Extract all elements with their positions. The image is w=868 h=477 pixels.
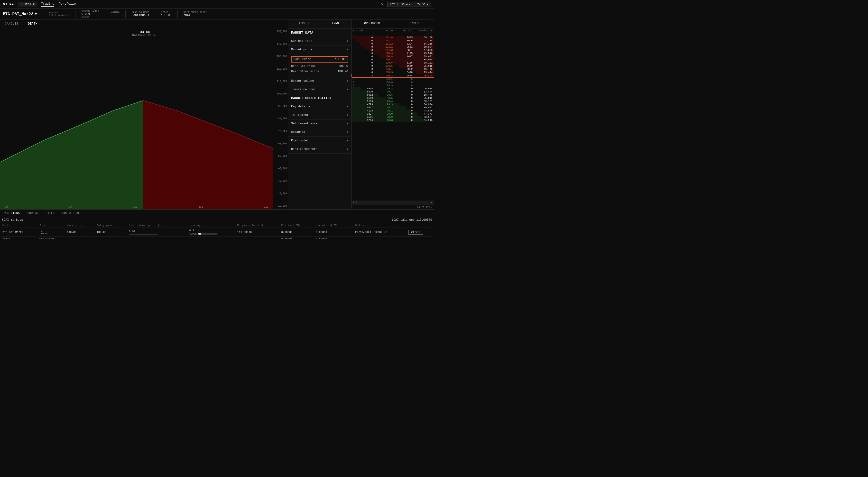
orderbook-bid-row: 3294 98.8 0 54,218 bbox=[351, 119, 434, 122]
chevron-down-icon: ▼ bbox=[347, 80, 348, 83]
accordion-header-key-details[interactable]: Key details ▼ bbox=[288, 102, 351, 111]
orderbook-ask-row: 0 101.3 3056 57,274 bbox=[351, 39, 434, 42]
accordion-header-insurance-pool[interactable]: Insurance pool ▼ bbox=[288, 86, 351, 94]
orderbook-ask-row: 0 100.6 5166 30,181 bbox=[351, 61, 434, 64]
orderbook-tabs: ORDERBOOK TRADES bbox=[351, 20, 434, 29]
market-change: Change (24h) 0.00% 0.000 bbox=[81, 10, 99, 19]
accordion-header-metadata[interactable]: Metadata ▼ bbox=[288, 128, 351, 136]
orderbook-bid-row: 3827 99.0 0 47,373 bbox=[351, 113, 434, 116]
custom-dropdown[interactable]: Custom ▼ bbox=[18, 2, 37, 7]
orderbook-header: Bid vol Price Ask vol Cumulative vol bbox=[351, 29, 434, 36]
total-row: Total 100.05000 0.00000 0.00000 bbox=[0, 236, 434, 238]
market-settlement: Settlement asset tDAI bbox=[184, 11, 207, 17]
market-data-label: MARKET DATA bbox=[288, 29, 351, 37]
leverage-bar bbox=[198, 233, 218, 234]
accordion-key-details: Key details ▼ bbox=[288, 102, 351, 111]
chart-x-axis: 98 99 100 101 102 bbox=[0, 204, 273, 209]
orderbook-ask-row: 0 100.4 6002 19,446 bbox=[351, 68, 434, 71]
accordion-header-current-fees[interactable]: Current fees ▼ bbox=[288, 37, 351, 45]
tab-orderbook[interactable]: ORDERBOOK bbox=[351, 20, 393, 28]
orderbook-bid-row: 6002 99.6 0 19,446 bbox=[351, 93, 434, 97]
accordion-content-market-price: Mark Price 100.05 Best Bid Price 99.80 B… bbox=[288, 54, 351, 77]
tab-collateral[interactable]: COLLATERAL bbox=[58, 210, 84, 217]
orderbook-mid-price-row: 0 100.0 0 bbox=[351, 81, 434, 84]
tdai-header: tDAI markets tDAI balance: 110.00500 bbox=[0, 217, 434, 223]
accordion-header-risk-model[interactable]: Risk model ▼ bbox=[288, 136, 351, 145]
market-volume: Volume - bbox=[111, 11, 120, 17]
depth-chart: 100.00 Mid Market Price 150,000 140,000 bbox=[0, 28, 288, 209]
chevron-down-icon: ▼ bbox=[347, 131, 348, 134]
goto-mid-button[interactable]: Go to mid ↗ bbox=[417, 205, 433, 209]
vega-logo: VEGA bbox=[3, 2, 14, 7]
orderbook-ask-row: 0 100.2 6974 6,974 bbox=[351, 74, 434, 77]
tab-depth[interactable]: DEPTH bbox=[23, 20, 42, 28]
accordion-header-settlement-asset[interactable]: Settlement asset ▼ bbox=[288, 120, 351, 128]
chevron-down-icon: ▼ bbox=[347, 88, 348, 91]
orderbook-ask-row: 0 101.4 2835 60,109 bbox=[351, 36, 434, 39]
market-price: Price 100.05 bbox=[161, 11, 172, 17]
orderbook-bid-row: 4447 99.2 0 39,421 bbox=[351, 106, 434, 109]
tab-ticket[interactable]: TICKET bbox=[288, 20, 319, 28]
chevron-down-icon: ▼ bbox=[427, 3, 428, 6]
market-header: BTC:DAI_Mar22 ▼ Expiry Not time-based Ch… bbox=[0, 9, 434, 20]
top-nav: VEGA Custom ▼ Trading Portfolio ☀ KEY 1:… bbox=[0, 0, 434, 9]
tab-candles[interactable]: CANDLES bbox=[0, 20, 23, 28]
positions-table: Market Size Mark price Entry price Liqui… bbox=[0, 223, 434, 238]
orderbook-mid-price-row: 0 100.1 0 bbox=[351, 77, 434, 81]
tab-orders[interactable]: ORDERS bbox=[24, 210, 42, 217]
orderbook-ask-row: 0 101.0 3827 47,373 bbox=[351, 49, 434, 52]
orderbook-bid-row: 4125 99.1 0 43,546 bbox=[351, 109, 434, 113]
accordion-header-risk-parameters[interactable]: Risk parameters ▼ bbox=[288, 145, 351, 153]
orderbook-panel: ORDERBOOK TRADES Bid vol Price Ask vol C… bbox=[351, 20, 434, 209]
orderbook-bid-row: 4793 99.3 0 34,974 bbox=[351, 103, 434, 106]
theme-toggle-icon[interactable]: ☀ bbox=[381, 2, 383, 7]
ticket-info-tabs: TICKET INFO bbox=[288, 20, 351, 29]
accordion-risk-parameters: Risk parameters ▼ bbox=[288, 145, 351, 154]
orderbook-ask-row: 0 100.3 6470 13,444 bbox=[351, 71, 434, 74]
data-row-best-offer: Best Offer Price 100.20 bbox=[291, 69, 348, 74]
orderbook-bid-row: 3551 98.9 0 50,924 bbox=[351, 116, 434, 119]
depth-chart-svg bbox=[0, 35, 273, 209]
accordion-current-fees: Current fees ▼ bbox=[288, 37, 351, 45]
market-trading-mode: Trading mode Continuous bbox=[131, 11, 149, 17]
chevron-down-icon: ▼ bbox=[347, 114, 348, 117]
chevron-down-icon: ▼ bbox=[347, 139, 348, 142]
market-name[interactable]: BTC:DAI_Mar22 ▼ bbox=[3, 12, 37, 16]
accordion-insurance-pool: Insurance pool ▼ bbox=[288, 86, 351, 94]
chevron-down-icon: ▼ bbox=[347, 148, 348, 151]
bottom-panel: POSITIONS ORDERS FILLS COLLATERAL tDAI m… bbox=[0, 209, 434, 238]
accordion-instrument: Instrument ▼ bbox=[288, 111, 351, 120]
accordion-header-market-volume[interactable]: Market volume ▼ bbox=[288, 77, 351, 85]
accordion-header-market-price[interactable]: Market price ▲ bbox=[288, 45, 351, 54]
tdai-markets-label: tDAI markets bbox=[2, 218, 23, 222]
orderbook-ask-row: 0 100.8 4447 39,421 bbox=[351, 55, 434, 58]
orderbook-bid-row: 5166 99.4 0 30,181 bbox=[351, 100, 434, 103]
tab-trades[interactable]: TRADES bbox=[393, 20, 434, 28]
tab-positions[interactable]: POSITIONS bbox=[0, 210, 24, 217]
positions-table-header: Market Size Mark price Entry price Liqui… bbox=[0, 223, 434, 228]
accordion-metadata: Metadata ▼ bbox=[288, 128, 351, 136]
tab-info[interactable]: INFO bbox=[319, 20, 351, 28]
arrow-icon: ↗ bbox=[431, 205, 433, 209]
chart-y-axis: 150,000 140,000 130,000 120,000 110,000 … bbox=[273, 28, 288, 209]
nav-trading[interactable]: Trading bbox=[41, 2, 55, 7]
chevron-down-icon: ▼ bbox=[347, 40, 348, 42]
accordion-market-price: Market price ▲ Mark Price 100.05 Best Bi… bbox=[288, 45, 351, 77]
chevron-down-icon: ▼ bbox=[35, 12, 37, 16]
tdai-balance: tDAI balance: 110.00500 bbox=[392, 218, 432, 222]
orderbook-bid-row: 6974 99.8 0 6,974 bbox=[351, 87, 434, 90]
nav-portfolio[interactable]: Portfolio bbox=[59, 2, 76, 7]
key-badge[interactable]: KEY 1: 30e4ee...a74e33 ▼ bbox=[387, 2, 431, 7]
accordion-header-instrument[interactable]: Instrument ▼ bbox=[288, 111, 351, 119]
mark-price-box: Mark Price 100.05 bbox=[291, 56, 348, 63]
spec-sections: Key details ▼ Instrument ▼ Settlement as… bbox=[288, 102, 351, 154]
orderbook-mid-price-row: 0 99.9 0 bbox=[351, 84, 434, 87]
close-position-button[interactable]: CLOSE bbox=[408, 230, 423, 234]
chevron-up-icon: ▲ bbox=[347, 49, 348, 51]
svg-marker-1 bbox=[143, 100, 273, 209]
bottom-tabs: POSITIONS ORDERS FILLS COLLATERAL bbox=[0, 210, 434, 217]
leverage-fill bbox=[198, 233, 201, 234]
table-row: BTC:DAI_Mar22 -1 100.05 100.05 100.05 0.… bbox=[0, 228, 434, 236]
tab-fills[interactable]: FILLS bbox=[42, 210, 58, 217]
orderbook-mid-row: 0.0 ▼ bbox=[351, 200, 434, 205]
